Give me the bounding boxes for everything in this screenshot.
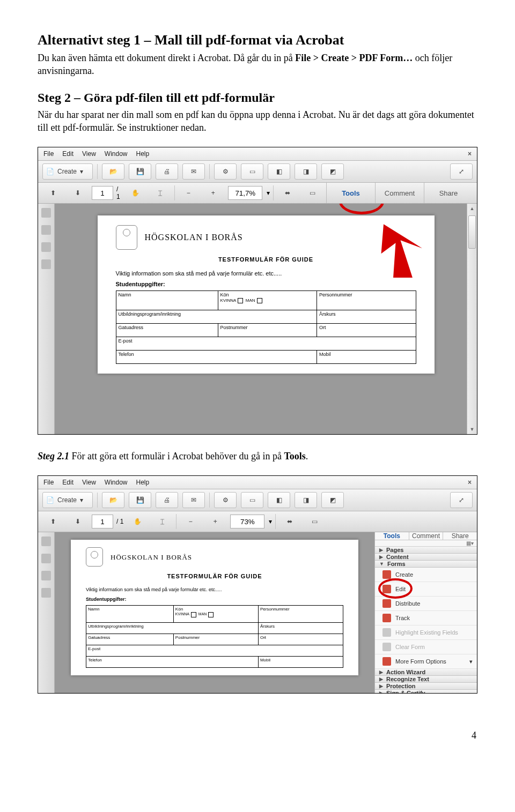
panel-tab-tools[interactable]: Tools <box>375 532 409 540</box>
page-down-icon[interactable]: ⬇ <box>67 185 89 200</box>
gear-icon[interactable]: ⚙ <box>214 163 237 180</box>
thumb-icon-2[interactable] <box>41 537 51 546</box>
tool-icon-4[interactable]: ◩ <box>321 163 344 180</box>
print-icon-2[interactable]: 🖨 <box>156 492 178 508</box>
menu-view[interactable]: View <box>82 147 96 160</box>
select-icon-2[interactable]: ⌶ <box>151 514 173 529</box>
zoom-in-icon[interactable]: + <box>202 185 224 200</box>
student-heading: Studentuppgifter: <box>116 281 416 287</box>
menu-edit[interactable]: Edit <box>62 147 73 160</box>
menu-window-2[interactable]: Window <box>105 476 128 489</box>
crest-icon <box>116 225 137 250</box>
panel-options-icon[interactable]: ▦▾ <box>375 540 477 547</box>
acc-content[interactable]: ▶Content <box>375 554 477 561</box>
expand-icon[interactable]: ⤢ <box>450 163 473 180</box>
menu-help-2[interactable]: Help <box>136 476 150 489</box>
hand-icon-2[interactable]: ✋ <box>127 514 148 529</box>
forms-distribute[interactable]: Distribute <box>375 597 477 611</box>
page-input[interactable] <box>92 186 113 200</box>
gear-icon-2[interactable]: ⚙ <box>214 492 237 508</box>
acc-sign-certify[interactable]: ▶Sign & Certify <box>375 690 477 694</box>
forms-more[interactable]: More Form Options▾ <box>375 654 477 669</box>
fit-width-icon[interactable]: ⬌ <box>277 185 298 200</box>
document-area[interactable]: HÖGSKOLAN I BORÅS TESTFORMULÄR FÖR GUIDE… <box>55 204 477 434</box>
close-icon-2[interactable]: × <box>468 476 472 489</box>
thumb-icon[interactable] <box>41 208 51 218</box>
print-icon[interactable]: 🖨 <box>156 163 178 180</box>
select-icon[interactable]: ⌶ <box>150 185 171 200</box>
mail-icon[interactable]: ✉ <box>182 163 205 180</box>
acc-protection[interactable]: ▶Protection <box>375 683 477 690</box>
tool2-3[interactable]: ◨ <box>295 492 317 508</box>
fit-width-icon-2[interactable]: ⬌ <box>279 514 300 529</box>
tool2-1[interactable]: ▭ <box>241 492 263 508</box>
menu-help[interactable]: Help <box>136 147 150 160</box>
left-nav-strip-2 <box>38 532 55 693</box>
bookmark-icon[interactable] <box>41 225 51 235</box>
zoom-in-icon-2[interactable]: + <box>204 514 226 529</box>
cell-ort: Ort <box>317 324 416 337</box>
menu-edit-2[interactable]: Edit <box>62 476 73 489</box>
zoom-input[interactable] <box>228 186 262 200</box>
cell-arskurs: Årskurs <box>317 310 416 324</box>
more-icon <box>382 657 391 666</box>
open-icon[interactable]: 📂 <box>102 163 124 180</box>
zoom-input-2[interactable] <box>230 515 264 528</box>
page-of-label: / 1 <box>116 185 122 200</box>
menu-window[interactable]: Window <box>105 147 128 160</box>
tab-share[interactable]: Share <box>424 183 473 203</box>
cell-epost: E-post <box>116 337 416 351</box>
expand-icon-2[interactable]: ⤢ <box>450 492 473 508</box>
paragraph-step-2: När du har sparat ner din mall som en pd… <box>38 108 477 135</box>
mail-icon-2[interactable]: ✉ <box>182 492 205 508</box>
tool-icon-2[interactable]: ◧ <box>268 163 290 180</box>
fit-page-icon-2[interactable]: ▭ <box>304 514 325 529</box>
attach-icon[interactable] <box>41 242 51 252</box>
acc-action-wizard[interactable]: ▶Action Wizard <box>375 669 477 676</box>
sig-icon[interactable] <box>41 259 51 269</box>
tab-comment[interactable]: Comment <box>375 183 424 203</box>
tab-tools[interactable]: Tools <box>326 183 375 203</box>
crest-icon-2 <box>86 547 103 567</box>
save-icon-2[interactable]: 💾 <box>129 492 151 508</box>
close-icon[interactable]: × <box>468 147 472 160</box>
create-button-2[interactable]: 📄 Create ▾ <box>42 492 93 508</box>
bookmark-icon-2[interactable] <box>41 554 51 563</box>
menu-file-2[interactable]: File <box>43 476 54 489</box>
scroll-down-icon: ▼ <box>467 424 477 434</box>
form-title-2: TESTFORMULÄR FÖR GUIDE <box>86 573 343 579</box>
save-icon[interactable]: 💾 <box>129 163 151 180</box>
distribute-icon <box>382 599 391 608</box>
tool2-2[interactable]: ◧ <box>268 492 290 508</box>
tool-icon-1[interactable]: ▭ <box>241 163 263 180</box>
page-down-icon-2[interactable]: ⬇ <box>67 514 89 529</box>
cell-namn: Namn <box>116 291 218 310</box>
attach-icon-2[interactable] <box>41 571 51 580</box>
acc-pages[interactable]: ▶Pages <box>375 547 477 554</box>
zoom-out-icon[interactable]: − <box>178 185 199 200</box>
document-area-2[interactable]: HÖGSKOLAN I BORÅS TESTFORMULÄR FÖR GUIDE… <box>55 532 374 693</box>
forms-track[interactable]: Track <box>375 611 477 625</box>
tool-icon-3[interactable]: ◨ <box>295 163 317 180</box>
acc-recognize-text[interactable]: ▶Recognize Text <box>375 676 477 683</box>
open-icon-2[interactable]: 📂 <box>102 492 124 508</box>
acrobat-screenshot-1: File Edit View Window Help × 📄 Create ▾ … <box>38 147 477 435</box>
menu-view-2[interactable]: View <box>82 476 96 489</box>
panel-tab-comment[interactable]: Comment <box>409 532 443 540</box>
toolbar-nav-2: ⬆ ⬇ / 1 ✋ ⌶ − + ▾ ⬌ ▭ <box>38 511 477 532</box>
scrollbar[interactable]: ▲ ▼ <box>467 204 477 434</box>
form-title: TESTFORMULÄR FÖR GUIDE <box>116 256 416 263</box>
sig-icon-2[interactable] <box>41 588 51 598</box>
acc-forms[interactable]: ▼Forms <box>375 561 477 568</box>
page-input-2[interactable] <box>92 515 113 528</box>
page-up-icon-2[interactable]: ⬆ <box>42 514 64 529</box>
track-icon <box>382 614 391 622</box>
tool2-4[interactable]: ◩ <box>321 492 344 508</box>
page-up-icon[interactable]: ⬆ <box>42 185 64 200</box>
panel-tab-share[interactable]: Share <box>443 532 477 540</box>
fit-page-icon[interactable]: ▭ <box>301 185 323 200</box>
hand-icon[interactable]: ✋ <box>125 185 146 200</box>
menu-file[interactable]: File <box>43 147 54 160</box>
create-button[interactable]: 📄 Create ▾ <box>42 163 93 180</box>
zoom-out-icon-2[interactable]: − <box>180 514 201 529</box>
